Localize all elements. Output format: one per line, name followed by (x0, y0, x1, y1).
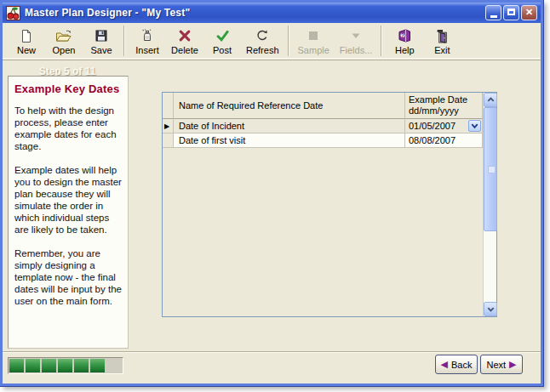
delete-label: Delete (171, 45, 198, 55)
sample-icon (307, 28, 320, 44)
scroll-up-button[interactable] (484, 93, 497, 107)
exit-door-icon (435, 28, 450, 44)
titlebar: Master Plan Designer - "My Test" ✕ (3, 3, 541, 23)
post-button[interactable]: Post (203, 25, 241, 57)
chevron-up-icon (486, 96, 496, 104)
help-button[interactable]: ? Help (386, 25, 423, 57)
save-label: Save (90, 45, 112, 55)
reference-date-name-cell[interactable]: Date of first visit (174, 134, 405, 148)
help-label: Help (395, 45, 415, 55)
date-header-line1: Example Date (409, 94, 482, 105)
example-date-cell[interactable]: 08/08/2007 (405, 134, 483, 148)
save-button[interactable]: Save (83, 25, 120, 57)
progress-segment (42, 359, 56, 372)
next-label: Next (486, 360, 506, 370)
example-date-cell[interactable]: 01/05/2007 (405, 119, 483, 134)
minimize-button[interactable] (485, 5, 501, 20)
toolbar-separator (381, 26, 382, 56)
back-label: Back (451, 360, 472, 370)
maximize-icon (507, 9, 515, 15)
panel-paragraph: Example dates will help you to design th… (14, 164, 123, 236)
sample-button: Sample (293, 25, 335, 57)
open-folder-icon (55, 28, 72, 44)
app-cherries-icon (6, 6, 20, 20)
svg-text:?: ? (401, 32, 404, 38)
application-window: Master Plan Designer - "My Test" ✕ New O… (0, 0, 543, 386)
sample-label: Sample (298, 45, 329, 55)
progress-bar (8, 357, 123, 374)
back-button[interactable]: ◀ Back (435, 355, 478, 374)
fields-dropdown-icon (349, 28, 363, 44)
fields-label: Fields... (340, 45, 373, 55)
refresh-label: Refresh (246, 45, 279, 55)
delete-button[interactable]: Delete (166, 25, 203, 57)
save-floppy-icon (95, 28, 108, 44)
scroll-down-button[interactable] (484, 302, 497, 316)
help-book-icon: ? (397, 28, 413, 44)
footer-divider (3, 351, 541, 353)
post-label: Post (213, 45, 232, 55)
table-row[interactable]: ▶ Date of Incident 01/05/2007 (163, 119, 483, 134)
toolbar: New Open Save Insert Delete (3, 23, 541, 60)
exit-label: Exit (434, 45, 450, 55)
refresh-button[interactable]: Refresh (241, 25, 284, 57)
panel-paragraph: To help with the design process, please … (14, 105, 123, 152)
minimize-icon (490, 15, 497, 18)
insert-icon (140, 28, 154, 44)
date-header-line2: dd/mm/yyyy (409, 105, 482, 116)
dates-grid: Name of Required Reference Date Example … (162, 92, 497, 317)
refresh-icon (255, 28, 269, 44)
current-row-arrow-icon: ▶ (164, 122, 169, 130)
close-button[interactable]: ✕ (521, 5, 537, 20)
reference-date-name-cell[interactable]: Date of Incident (174, 119, 405, 134)
insert-button[interactable]: Insert (129, 25, 166, 57)
grid-selector-header (163, 93, 174, 119)
back-arrow-icon: ◀ (441, 360, 448, 369)
progress-segment (58, 359, 72, 372)
row-selector-cell[interactable]: ▶ (163, 119, 174, 134)
row-selector-cell[interactable] (163, 134, 174, 148)
insert-label: Insert (135, 45, 159, 55)
next-arrow-icon: ▶ (509, 360, 516, 369)
progress-segment (26, 359, 40, 372)
toolbar-separator (288, 26, 289, 56)
date-dropdown-button[interactable] (468, 120, 481, 132)
panel-paragraph: Remember, you are simply designing a tem… (14, 247, 123, 307)
name-column-header: Name of Required Reference Date (174, 93, 405, 119)
close-icon: ✕ (525, 7, 533, 17)
date-column-header: Example Date dd/mm/yyyy (405, 93, 483, 119)
open-button[interactable]: Open (45, 25, 83, 57)
progress-segment (74, 359, 89, 372)
chevron-down-icon (470, 122, 479, 130)
vertical-scrollbar[interactable] (483, 93, 496, 316)
progress-segment (9, 359, 24, 372)
post-check-icon (215, 28, 230, 44)
chevron-down-icon (486, 305, 496, 313)
scrollbar-thumb[interactable] (484, 107, 497, 231)
new-label: New (17, 45, 36, 55)
maximize-button[interactable] (503, 5, 519, 20)
new-document-icon (20, 28, 33, 44)
table-row[interactable]: Date of first visit 08/08/2007 (163, 134, 483, 148)
window-title: Master Plan Designer - "My Test" (25, 7, 481, 19)
panel-heading: Example Key Dates (14, 82, 123, 95)
progress-segment (90, 359, 105, 372)
date-value: 08/08/2007 (409, 135, 455, 145)
exit-button[interactable]: Exit (423, 25, 461, 57)
toolbar-separator (123, 26, 125, 56)
open-label: Open (53, 45, 76, 55)
instructions-panel: Example Key Dates To help with the desig… (8, 76, 129, 349)
delete-x-icon (178, 28, 192, 44)
date-value: 01/05/2007 (409, 121, 455, 131)
fields-button: Fields... (335, 25, 378, 57)
new-button[interactable]: New (8, 25, 45, 57)
grid-header-row: Name of Required Reference Date Example … (163, 93, 483, 119)
next-button[interactable]: Next ▶ (480, 355, 523, 374)
